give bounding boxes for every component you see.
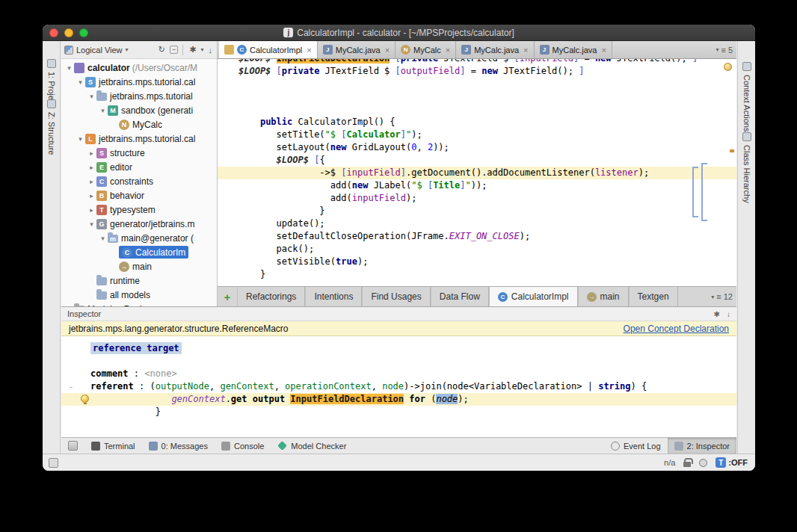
code-line[interactable]: add(inputField);	[218, 192, 736, 205]
code-line[interactable]: pack();	[218, 243, 736, 256]
tool-button-context-actions[interactable]: Context Actions	[738, 62, 755, 132]
tab-list-icon[interactable]: ≡	[721, 46, 725, 55]
bottom-tab[interactable]: Intentions	[305, 287, 362, 306]
project-tree[interactable]: ▾calculator (/Users/Oscar/M▾Sjetbrains.m…	[61, 59, 217, 306]
code-line[interactable]: ->$ [inputField].getDocument().addDocume…	[218, 167, 736, 179]
expanded-arrow-icon[interactable]: ▾	[64, 64, 74, 72]
bottom-tab[interactable]: Data Flow	[431, 287, 489, 306]
chevron-down-icon[interactable]: ▾	[711, 294, 714, 300]
close-icon[interactable]: ×	[446, 46, 450, 55]
code-line[interactable]: setVisible(true);	[218, 256, 736, 268]
tool-window-button[interactable]: Terminal	[84, 438, 142, 454]
tool-button-class-hierarchy[interactable]: Class Hierarchy	[738, 132, 755, 203]
sync-icon[interactable]: ↻	[157, 45, 167, 55]
hide-panel-icon[interactable]: ↓	[207, 46, 215, 55]
tree-item[interactable]: ▸Ttypesystem	[61, 202, 217, 217]
editor-tab[interactable]: JMyCalc.java×	[535, 41, 612, 58]
inspector-header[interactable]: Inspector ✱ ↓	[61, 306, 736, 321]
code-line[interactable]: $LOOP$ InputFieldDeclaration [private JT…	[218, 59, 736, 65]
bottom-tab[interactable]: Find Usages	[362, 287, 430, 306]
tool-window-button[interactable]: Console	[215, 438, 271, 454]
tree-item[interactable]: all models	[61, 288, 217, 302]
lock-icon[interactable]	[683, 462, 691, 467]
code-line[interactable]	[218, 78, 736, 90]
collapsed-arrow-icon[interactable]: ▸	[87, 164, 96, 171]
open-concept-declaration-link[interactable]: Open Concept Declaration	[624, 324, 729, 334]
tree-item[interactable]: ▸Eeditor	[61, 160, 217, 174]
code-line[interactable]: }	[218, 268, 736, 281]
expanded-arrow-icon[interactable]: ▾	[76, 135, 85, 143]
add-tab-button[interactable]: +	[218, 287, 237, 306]
tool-window-button[interactable]: 0: Messages	[142, 438, 215, 454]
tree-item[interactable]: ▸Sstructure	[61, 146, 217, 160]
tree-item[interactable]: →main	[61, 259, 217, 273]
caret-position[interactable]: n/a	[664, 458, 675, 467]
code-line[interactable]: reference target	[61, 342, 736, 355]
expanded-arrow-icon[interactable]: ▾	[87, 93, 96, 100]
bottom-tab[interactable]: Refactorings	[237, 287, 305, 306]
code-line[interactable]: referent : (outputNode, genContext, oper…	[61, 380, 736, 393]
expanded-arrow-icon[interactable]: ▾	[76, 78, 85, 86]
editor-tab[interactable]: JMyCalc.java×	[456, 41, 534, 58]
tree-item[interactable]: runtime	[61, 273, 217, 288]
typesystem-badge[interactable]: T	[716, 457, 726, 468]
editor-pane[interactable]: $LOOP$ InputFieldDeclaration [private JT…	[218, 59, 736, 286]
code-line[interactable]: comment : <none>	[61, 368, 736, 380]
close-icon[interactable]: ×	[601, 46, 606, 55]
code-line[interactable]	[218, 103, 736, 116]
tree-item[interactable]: ▾Ggenerator/jetbrains.m	[61, 217, 217, 231]
bottom-tab[interactable]: CCalculatorImpl	[489, 287, 578, 306]
view-selector[interactable]: Logical View	[76, 46, 123, 55]
gear-icon[interactable]: ✱	[188, 45, 197, 55]
tool-button-structure[interactable]: Z: Structure	[43, 99, 60, 155]
collapsed-arrow-icon[interactable]: ▸	[87, 149, 96, 157]
tool-windows-grid-icon[interactable]	[68, 441, 78, 451]
tool-window-button[interactable]: Event Log	[604, 438, 668, 454]
code-line[interactable]	[218, 90, 736, 103]
code-line[interactable]: }	[218, 205, 736, 217]
fold-marker-icon[interactable]: −	[69, 383, 73, 391]
expanded-arrow-icon[interactable]: ▾	[98, 107, 108, 114]
close-icon[interactable]: ×	[523, 46, 528, 55]
zoom-window-button[interactable]	[79, 28, 88, 37]
tool-window-button[interactable]: Model Checker	[271, 438, 353, 454]
code-line[interactable]	[61, 355, 736, 368]
code-line[interactable]: }	[61, 406, 736, 418]
tree-item[interactable]: ▾mmain@generator (	[61, 231, 217, 245]
error-stripe-mark[interactable]	[730, 149, 734, 152]
bottom-tab[interactable]: Textgen	[629, 287, 678, 306]
inspector-pane[interactable]: − reference target comment : <none>refer…	[61, 336, 736, 437]
chevron-down-icon[interactable]: ▾	[716, 46, 718, 53]
editor-tab[interactable]: CCalculatorImpl×	[219, 41, 318, 58]
code-line[interactable]: setDefaultCloseOperation(JFrame.EXIT_ON_…	[218, 230, 736, 243]
tool-window-button[interactable]: 2: Inspector	[668, 438, 736, 454]
code-line[interactable]: add(new JLabel("$ [Title]"));	[218, 179, 736, 192]
code-line[interactable]: $LOOP$ [{	[218, 154, 736, 167]
close-icon[interactable]: ×	[307, 46, 311, 55]
collapsed-arrow-icon[interactable]: ▸	[87, 192, 96, 200]
gear-icon[interactable]: ✱	[714, 310, 720, 318]
expanded-arrow-icon[interactable]: ▾	[87, 220, 96, 228]
code-line[interactable]: update();	[218, 217, 736, 230]
tree-item[interactable]: CCalculatorIm	[61, 245, 217, 259]
code-line[interactable]: setLayout(new GridLayout(0, 2));	[218, 141, 736, 154]
code-line[interactable]: genContext.get output InputFieldDeclarat…	[61, 393, 736, 406]
tool-windows-toggle-icon[interactable]	[49, 458, 58, 468]
tree-item[interactable]: NMyCalc	[61, 117, 217, 132]
editor-tab[interactable]: NMyCalc×	[396, 41, 456, 58]
editor-tab[interactable]: JMyCalc.java×	[318, 41, 396, 58]
tree-item[interactable]: ▾calculator (/Users/Oscar/M	[61, 61, 217, 75]
tab-list-icon[interactable]: ≡	[716, 292, 721, 301]
bottom-tab[interactable]: →main	[578, 287, 629, 306]
close-icon[interactable]: ×	[385, 46, 390, 55]
tree-item[interactable]: ▾Sjetbrains.mps.tutorial.cal	[61, 75, 217, 89]
expanded-arrow-icon[interactable]: ▾	[98, 235, 108, 242]
collapse-all-icon[interactable]: −	[170, 46, 178, 54]
minimize-icon[interactable]: ↓	[727, 310, 730, 318]
collapsed-arrow-icon[interactable]: ▸	[87, 206, 96, 214]
code-line[interactable]: public CalculatorImpl() {	[218, 116, 736, 129]
minimize-window-button[interactable]	[64, 28, 73, 37]
tree-item[interactable]: ▸Bbehavior	[61, 188, 217, 202]
hector-icon[interactable]	[699, 459, 707, 467]
tree-item[interactable]: ▸Cconstraints	[61, 174, 217, 188]
